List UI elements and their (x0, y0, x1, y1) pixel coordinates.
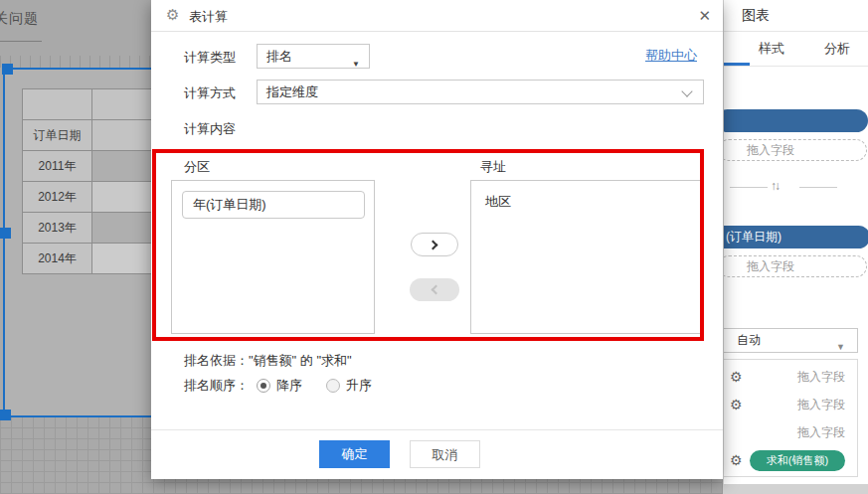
partition-item-chip[interactable]: 年(订单日期) (182, 191, 365, 219)
active-tab-indicator (724, 63, 750, 66)
drop-field-zone[interactable]: 拖入字段 (723, 139, 867, 161)
gear-icon: ⚙ (166, 7, 179, 22)
calc-content-label: 计算内容 (184, 120, 236, 138)
calc-type-value: 排名 (266, 49, 292, 64)
divider (730, 187, 768, 188)
field-pill-columns[interactable] (723, 109, 868, 132)
chevron-down-icon: ▼ (836, 336, 845, 359)
partition-label: 分区 (184, 158, 210, 176)
cancel-button[interactable]: 取消 (410, 440, 480, 468)
calc-type-label: 计算类型 (184, 49, 236, 67)
dialog-title: 表计算 (189, 8, 228, 26)
mark-field-row[interactable]: ⚙ 求和(销售额) (723, 446, 857, 474)
chart-config-panel: 图表 样式 分析 拖入字段 ↑↓ (订单日期) 拖入字段 自动 ▼ ⚙ 拖入字段… (723, 0, 868, 484)
sheet-tab-underline (0, 41, 42, 42)
drop-field-label: 拖入字段 (797, 397, 845, 413)
resize-handle-bottom-left[interactable] (0, 410, 11, 420)
gear-icon[interactable]: ⚙ (730, 453, 743, 467)
panel-bottom-strip (723, 484, 868, 494)
addressing-listbox[interactable]: 地区 (470, 180, 701, 334)
calc-method-value: 指定维度 (266, 84, 318, 99)
rank-order-label: 排名顺序： (184, 377, 249, 395)
divider (724, 66, 868, 67)
panel-title: 图表 (742, 7, 770, 25)
ok-button[interactable]: 确定 (319, 440, 390, 468)
chevron-down-icon (681, 85, 692, 96)
tab-style[interactable]: 样式 (759, 40, 784, 58)
mark-field-row[interactable]: ⚙ 拖入字段 (723, 391, 857, 418)
resize-handle-top-left[interactable] (2, 64, 13, 75)
gear-icon[interactable]: ⚙ (730, 398, 743, 412)
year-cell: 2013年 (23, 213, 92, 244)
chevron-left-icon (432, 285, 441, 295)
year-cell: 2014年 (23, 244, 92, 274)
resize-handle-mid-left[interactable] (0, 228, 11, 239)
measure-pill-sales-sum[interactable]: 求和(销售额) (750, 450, 845, 471)
rank-basis-text: 排名依据："销售额" 的 "求和" (184, 352, 352, 370)
divider (151, 429, 723, 430)
mark-field-row[interactable]: 拖入字段 (723, 418, 857, 446)
marks-type-value: 自动 (737, 333, 761, 347)
marks-type-select[interactable]: 自动 ▼ (723, 328, 858, 353)
sheet-tab[interactable]: 关问题 (0, 10, 39, 28)
swap-axes-icon[interactable]: ↑↓ (771, 179, 779, 193)
tab-analysis[interactable]: 分析 (824, 40, 850, 58)
caret-down-icon: ▼ (352, 53, 360, 76)
table-header-cell: 订单日期 (23, 120, 92, 151)
year-cell: 2011年 (23, 151, 92, 182)
radio-dot (260, 383, 266, 389)
marks-fields-box: ⚙ 拖入字段 ⚙ 拖入字段 拖入字段 ⚙ 求和(销售额) (723, 359, 858, 477)
partition-listbox[interactable]: 年(订单日期) (171, 180, 375, 334)
table-calc-dialog: ⚙ 表计算 ✕ 计算类型 排名 ▼ 帮助中心 计算方式 指定维度 计算内容 分区… (151, 0, 723, 479)
rank-order-row: 排名顺序： 降序 升序 (184, 377, 372, 395)
dialog-header: ⚙ 表计算 ✕ (151, 0, 723, 32)
drop-field-zone[interactable]: 拖入字段 (723, 255, 867, 277)
drop-field-label: 拖入字段 (797, 424, 845, 441)
chevron-right-icon (429, 240, 438, 249)
drop-field-label: 拖入字段 (797, 369, 845, 386)
divider (799, 187, 837, 188)
help-center-link[interactable]: 帮助中心 (645, 47, 697, 65)
field-pill-order-date[interactable]: (订单日期) (723, 226, 868, 248)
divider (724, 31, 868, 32)
order-asc-label: 升序 (346, 377, 372, 395)
move-right-button[interactable] (411, 233, 458, 256)
move-left-button-disabled[interactable] (410, 278, 459, 301)
calc-type-select[interactable]: 排名 ▼ (257, 44, 370, 69)
calc-method-select[interactable]: 指定维度 (257, 80, 704, 104)
year-cell: 2012年 (23, 182, 92, 213)
radio-ascending[interactable] (326, 379, 340, 393)
addressing-item[interactable]: 地区 (485, 193, 511, 211)
app-root: 关问题 订单日期 东北 2011年 21, 2012年 19, 2013年 34… (0, 0, 868, 494)
calc-method-label: 计算方式 (184, 84, 236, 102)
order-desc-label: 降序 (276, 377, 302, 395)
gear-icon[interactable]: ⚙ (730, 370, 743, 384)
mark-field-row[interactable]: ⚙ 拖入字段 (723, 363, 857, 391)
addressing-label: 寻址 (480, 158, 506, 176)
radio-descending-selected[interactable] (257, 379, 270, 393)
close-icon[interactable]: ✕ (698, 7, 711, 25)
